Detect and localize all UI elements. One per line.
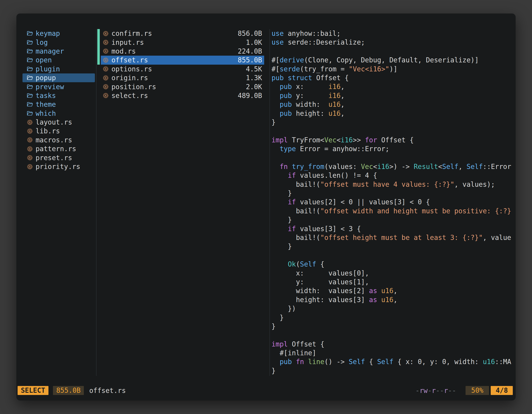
file-size: 4.5K: [246, 65, 262, 73]
folder-icon: [27, 57, 33, 64]
rust-file-icon: R: [27, 163, 33, 170]
item-name: layout.rs: [36, 118, 72, 126]
rust-file-icon: R: [103, 48, 109, 55]
sidebar-item-pattern-rs[interactable]: Rpattern.rs: [22, 144, 95, 153]
code-line: height: values[3] as u16,: [272, 295, 512, 304]
svg-text:R: R: [29, 130, 31, 133]
file-row-options-rs[interactable]: Roptions.rs4.5K: [101, 65, 264, 73]
status-bar: SELECT 855.0B offset.rs -rw-r--r-- 50% 4…: [16, 386, 516, 395]
code-line: impl Offset {: [272, 340, 512, 348]
permissions: -rw-r--r--: [416, 387, 456, 395]
item-name: macros.rs: [36, 136, 72, 144]
preview-pane: use anyhow::bail;use serde::Deserialize;…: [270, 29, 516, 376]
status-filename: offset.rs: [89, 387, 126, 395]
folder-icon: [27, 83, 33, 90]
sidebar-item-macros-rs[interactable]: Rmacros.rs: [22, 136, 95, 144]
folder-icon: [27, 30, 33, 37]
file-name: origin.rs: [111, 74, 244, 82]
file-row-mod-rs[interactable]: Rmod.rs224.0B: [101, 47, 264, 56]
file-name: offset.rs: [111, 56, 235, 64]
file-name: position.rs: [111, 83, 244, 91]
sidebar-item-keymap[interactable]: keymap: [22, 29, 95, 38]
item-name: log: [36, 39, 48, 47]
sidebar-item-manager[interactable]: manager: [22, 47, 95, 56]
item-name: tasks: [36, 92, 56, 100]
file-size: 2.0K: [246, 83, 262, 91]
code-line: #[serde(try_from = "Vec<i16>")]: [272, 65, 512, 73]
sidebar-item-layout-rs[interactable]: Rlayout.rs: [22, 118, 95, 127]
file-size: 855.0B: [238, 56, 262, 64]
code-line: use anyhow::bail;: [272, 29, 512, 38]
code-line: bail!("offset must have 4 values: {:?}",…: [272, 180, 512, 189]
svg-text:R: R: [29, 147, 31, 151]
item-name: pattern.rs: [36, 145, 76, 153]
file-name: select.rs: [111, 92, 235, 100]
selection-marker: [97, 29, 100, 38]
sidebar-item-popup[interactable]: popup: [22, 73, 95, 82]
item-name: open: [36, 56, 52, 64]
svg-text:R: R: [29, 121, 31, 124]
file-row-position-rs[interactable]: Rposition.rs2.0K: [101, 82, 264, 91]
selection-marker: [97, 47, 100, 56]
sidebar-item-priority-rs[interactable]: Rpriority.rs: [22, 162, 95, 171]
sidebar-item-which[interactable]: which: [22, 109, 95, 118]
code-line: [272, 47, 512, 56]
code-line: width: values[2] as u16,: [272, 286, 512, 295]
rust-file-icon: R: [27, 128, 33, 135]
cursor-position-badge: 4/8: [491, 386, 513, 395]
sidebar-item-open[interactable]: open: [22, 56, 95, 64]
file-row-confirm-rs[interactable]: Rconfirm.rs856.0B: [101, 29, 264, 38]
item-name: plugin: [36, 65, 60, 73]
code-line: pub struct Offset {: [272, 73, 512, 82]
code-line: }: [272, 242, 512, 251]
file-size: 1.3K: [246, 74, 262, 82]
file-name: mod.rs: [111, 47, 235, 55]
size-badge: 855.0B: [53, 386, 84, 395]
sidebar-item-preview[interactable]: preview: [22, 82, 95, 91]
code-line: Ok(Self {: [272, 260, 512, 269]
code-line: }: [272, 189, 512, 198]
item-name: preview: [36, 83, 64, 91]
svg-text:R: R: [105, 85, 106, 88]
code-line: }: [272, 322, 512, 331]
svg-text:R: R: [105, 59, 106, 62]
code-line: #[inline]: [272, 348, 512, 357]
rust-file-icon: R: [27, 119, 33, 126]
file-row-origin-rs[interactable]: Rorigin.rs1.3K: [101, 73, 264, 82]
file-manager-window: keymaplogmanageropenpluginpopuppreviewta…: [16, 13, 516, 401]
desktop-background: keymaplogmanageropenpluginpopuppreviewta…: [0, 0, 532, 414]
code-line: }): [272, 304, 512, 313]
panes-container: keymaplogmanageropenpluginpopuppreviewta…: [16, 29, 516, 376]
parent-pane[interactable]: keymaplogmanageropenpluginpopuppreviewta…: [16, 29, 95, 376]
rust-file-icon: R: [103, 75, 109, 81]
item-name: lib.rs: [36, 127, 60, 135]
file-row-input-rs[interactable]: Rinput.rs1.0K: [101, 38, 264, 47]
current-pane[interactable]: Rconfirm.rs856.0BRinput.rs1.0KRmod.rs224…: [97, 29, 264, 376]
rust-file-icon: R: [103, 30, 109, 37]
selection-marker: [97, 38, 100, 47]
rust-file-icon: R: [103, 83, 109, 90]
sidebar-item-plugin[interactable]: plugin: [22, 65, 95, 73]
item-name: theme: [36, 100, 56, 108]
sidebar-item-lib-rs[interactable]: Rlib.rs: [22, 127, 95, 135]
svg-text:R: R: [105, 32, 106, 35]
mode-badge: SELECT: [18, 386, 48, 395]
svg-text:R: R: [29, 156, 31, 159]
item-name: manager: [36, 47, 64, 55]
folder-icon: [27, 66, 33, 72]
folder-icon: [27, 75, 33, 81]
code-line: if values.len() != 4 {: [272, 171, 512, 180]
file-row-offset-rs[interactable]: Roffset.rs855.0B: [101, 56, 264, 64]
sidebar-item-theme[interactable]: theme: [22, 100, 95, 109]
sidebar-item-log[interactable]: log: [22, 38, 95, 47]
rust-file-icon: R: [103, 57, 109, 64]
item-name: which: [36, 109, 56, 117]
rust-file-icon: R: [103, 92, 109, 99]
sidebar-item-preset-rs[interactable]: Rpreset.rs: [22, 153, 95, 162]
file-row-select-rs[interactable]: Rselect.rs489.0B: [101, 91, 264, 100]
scroll-percent-badge: 50%: [466, 386, 489, 395]
code-line: [272, 251, 512, 260]
code-line: }: [272, 366, 512, 375]
svg-text:R: R: [105, 94, 106, 97]
sidebar-item-tasks[interactable]: tasks: [22, 91, 95, 100]
